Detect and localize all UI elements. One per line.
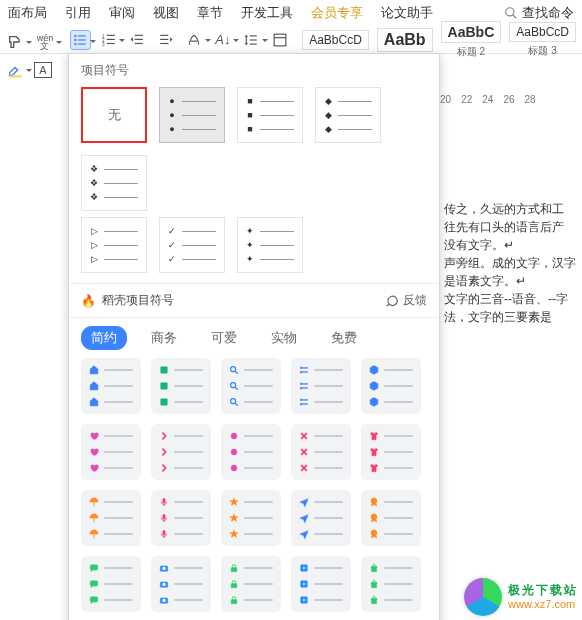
style-heading1[interactable]: AaBb [377,28,433,52]
command-search[interactable]: 查找命令 [504,4,574,22]
heart-icon [89,431,99,441]
chat-icon [385,294,399,308]
bullet-triangle[interactable]: ▷ ▷ ▷ [81,217,147,273]
site-watermark: 极光下载站 www.xz7.com [464,578,578,616]
bullet-none[interactable]: 无 [81,87,147,143]
svg-rect-42 [300,387,302,389]
text-effects-button[interactable] [184,30,205,50]
character-border-icon[interactable]: A [34,62,52,78]
theme-bullet-search[interactable] [221,358,281,414]
tab-cute[interactable]: 可爱 [201,326,247,350]
bullet-check[interactable]: ✓ ✓ ✓ [159,217,225,273]
theme-bullet-film[interactable] [291,556,351,612]
bullet-square[interactable]: ■ ■ ■ [237,87,303,143]
menu-thesis[interactable]: 论文助手 [381,4,433,22]
film-icon [299,595,309,605]
decrease-indent-button[interactable] [127,30,148,50]
theme-bullet-x[interactable] [291,424,351,480]
star-icon [229,513,239,523]
theme-bullet-lock[interactable] [221,556,281,612]
mic-icon [159,497,169,507]
theme-bullet-shirt[interactable] [361,424,421,480]
menu-vip[interactable]: 会员专享 [311,4,363,22]
theme-bullet-cube[interactable] [361,358,421,414]
svg-rect-23 [250,39,257,40]
ruler-tick: 24 [482,94,493,105]
bag-icon [369,595,379,605]
svg-rect-46 [300,403,302,405]
tab-free[interactable]: 免费 [321,326,367,350]
theme-bullet-bag[interactable] [361,556,421,612]
document-body[interactable]: 传之，久远的方式和工 往先有口头的语言后产 没有文字。↵ 声旁组。成的文字，汉字… [444,200,582,326]
theme-bullet-heart[interactable] [81,424,141,480]
style-heading2[interactable]: AaBbC [441,21,502,43]
theme-bullet-dot[interactable] [221,424,281,480]
ruler-tick: 28 [525,94,536,105]
menu-review[interactable]: 审阅 [109,4,135,22]
tab-business[interactable]: 商务 [141,326,187,350]
menu-devtools[interactable]: 开发工具 [241,4,293,22]
feedback-link[interactable]: 反馈 [385,292,427,309]
square-icon [159,381,169,391]
home-icon [89,365,99,375]
numbered-list-button[interactable]: 123 [99,30,120,50]
theme-bullet-chev[interactable] [151,424,211,480]
bullet-dropdown-panel: 项目符号 无 ● ● ● ■ ■ ■ ◆ ◆ ◆ ❖ ❖ ❖ ▷ ▷ ▷ [68,53,440,620]
bullet-four-diamond[interactable]: ❖ ❖ ❖ [81,155,147,211]
bullet-list-button[interactable] [70,30,91,50]
svg-rect-28 [161,383,168,390]
theme-bullet-chat[interactable] [81,556,141,612]
theme-bullet-list[interactable] [291,358,351,414]
theme-bullet-mic[interactable] [151,490,211,546]
cube-icon [369,397,379,407]
heart-icon [89,447,99,457]
plane-icon [299,497,309,507]
tab-objects[interactable]: 实物 [261,326,307,350]
menu-reference[interactable]: 引用 [65,4,91,22]
svg-rect-12 [107,38,115,39]
bullet-disc[interactable]: ● ● ● [159,87,225,143]
list-icon [299,365,309,375]
theme-bullet-camera[interactable] [151,556,211,612]
home-icon [89,381,99,391]
theme-bullet-home[interactable] [81,358,141,414]
theme-bullet-umbrella[interactable] [81,490,141,546]
increase-indent-button[interactable] [156,30,177,50]
lock-icon [229,595,239,605]
theme-bullet-ribbon[interactable] [361,490,421,546]
formatting-strip: wén文 A [0,26,68,86]
svg-rect-43 [303,388,308,389]
menu-layout[interactable]: 面布局 [8,4,47,22]
bullet-sparkle[interactable]: ✦ ✦ ✦ [237,217,303,273]
theme-bullet-star[interactable] [221,490,281,546]
svg-rect-2 [8,75,21,77]
svg-point-32 [231,383,236,388]
theme-bullet-plane[interactable] [291,490,351,546]
bullet-diamond[interactable]: ◆ ◆ ◆ [315,87,381,143]
style-heading3[interactable]: AaBbCcD [509,22,576,42]
svg-point-67 [372,514,377,519]
tab-simple[interactable]: 简约 [81,326,127,350]
doc-line: 是语素文字。↵ [444,272,582,290]
menu-view[interactable]: 视图 [153,4,179,22]
theme-bullet-square[interactable] [151,358,211,414]
format-painter-icon[interactable] [4,32,26,52]
text-direction-button[interactable]: A↓ [213,30,234,50]
ribbon-icon [369,497,379,507]
mic-icon [159,513,169,523]
style-normal[interactable]: AaBbCcD [302,30,369,50]
chev-icon [159,463,169,473]
plane-icon [299,529,309,539]
search-icon [229,381,239,391]
svg-rect-27 [161,367,168,374]
menu-chapter[interactable]: 章节 [197,4,223,22]
ribbon-icon [369,529,379,539]
highlight-color-icon[interactable] [4,60,26,80]
home-icon [89,397,99,407]
panel-title: 项目符号 [69,54,439,87]
phonetic-guide-icon[interactable]: wén文 [34,32,56,52]
line-spacing-button[interactable] [241,30,262,50]
paragraph-layout-button[interactable] [270,30,291,50]
search-icon [504,6,518,20]
svg-rect-44 [300,399,302,401]
